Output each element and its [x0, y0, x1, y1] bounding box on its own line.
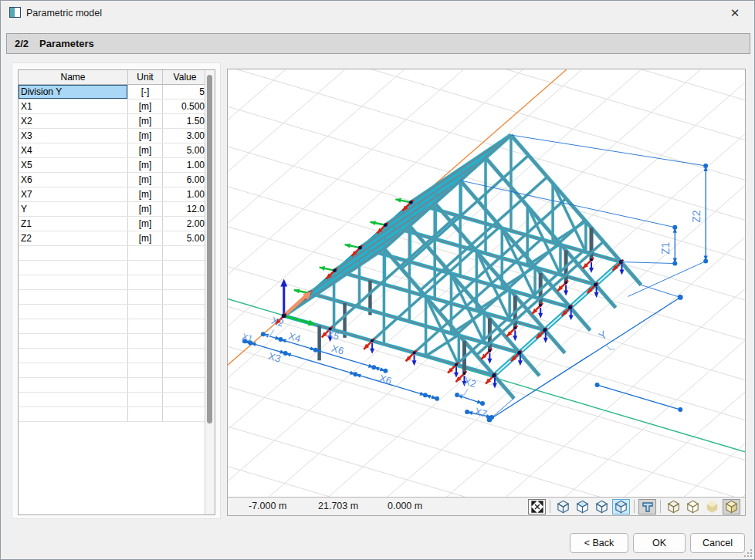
empty-cell[interactable] [128, 319, 163, 334]
cell-value[interactable]: 5 [163, 85, 208, 100]
parameter-row-z1[interactable]: Z1[m]2.00 [19, 217, 208, 231]
cell-name[interactable]: Z2 [19, 231, 128, 246]
cell-value[interactable]: 5.00 [163, 231, 208, 246]
cell-unit[interactable]: [m] [128, 217, 163, 231]
view-wireframe-button[interactable] [554, 499, 572, 514]
cell-name[interactable]: X4 [19, 143, 128, 158]
empty-row[interactable] [19, 393, 208, 407]
cell-unit[interactable]: [m] [128, 100, 163, 114]
parameter-row-x7[interactable]: X7[m]1.00 [19, 187, 208, 202]
parameter-table[interactable]: Name Unit Value Division Y[-]5X1[m]0.500… [18, 69, 215, 515]
empty-cell[interactable] [128, 349, 163, 363]
parameter-row-y[interactable]: Y[m]12.0 [19, 202, 208, 217]
view-hidden-line-button[interactable] [593, 499, 611, 514]
empty-cell[interactable] [19, 349, 128, 363]
viewport-3d-canvas[interactable]: X1X2X3X4X5X6X6X2X7YZ1Z2 [228, 69, 745, 498]
empty-row[interactable] [19, 275, 208, 290]
view-solid-button[interactable] [612, 499, 630, 514]
cell-value[interactable]: 3.00 [163, 129, 208, 143]
parameter-row-x4[interactable]: X4[m]5.00 [19, 143, 208, 158]
empty-cell[interactable] [128, 290, 163, 305]
empty-cell[interactable] [163, 363, 208, 378]
parameter-row-x6[interactable]: X6[m]6.00 [19, 173, 208, 187]
empty-row[interactable] [19, 407, 208, 422]
model-wireframe-button[interactable] [665, 499, 682, 514]
cell-value[interactable]: 1.50 [163, 114, 208, 129]
cell-value[interactable]: 12.0 [163, 202, 208, 217]
empty-cell[interactable] [19, 246, 128, 261]
empty-cell[interactable] [163, 261, 208, 275]
cell-name[interactable]: X1 [19, 100, 128, 114]
parameter-row-x3[interactable]: X3[m]3.00 [19, 129, 208, 143]
empty-cell[interactable] [163, 378, 208, 393]
parameter-row-z2[interactable]: Z2[m]5.00 [19, 231, 208, 246]
empty-cell[interactable] [163, 334, 208, 349]
parameter-row-x2[interactable]: X2[m]1.50 [19, 114, 208, 129]
cell-unit[interactable]: [m] [128, 202, 163, 217]
cell-value[interactable]: 0.500 [163, 100, 208, 114]
empty-cell[interactable] [163, 290, 208, 305]
cell-unit[interactable]: [m] [128, 158, 163, 173]
empty-cell[interactable] [128, 305, 163, 319]
empty-row[interactable] [19, 349, 208, 363]
cell-unit[interactable]: [m] [128, 173, 163, 187]
column-header-value[interactable]: Value [163, 70, 208, 85]
empty-cell[interactable] [19, 305, 128, 319]
empty-cell[interactable] [19, 275, 128, 290]
empty-cell[interactable] [128, 334, 163, 349]
cell-value[interactable]: 5.00 [163, 143, 208, 158]
empty-cell[interactable] [19, 407, 128, 422]
column-header-unit[interactable]: Unit [128, 70, 163, 85]
cell-unit[interactable]: [-] [128, 85, 163, 100]
ok-button[interactable]: OK [633, 533, 686, 553]
empty-cell[interactable] [163, 246, 208, 261]
empty-row[interactable] [19, 290, 208, 305]
empty-cell[interactable] [163, 305, 208, 319]
column-header-name[interactable]: Name [19, 70, 128, 85]
empty-cell[interactable] [19, 290, 128, 305]
parameter-row-x5[interactable]: X5[m]1.00 [19, 158, 208, 173]
empty-cell[interactable] [19, 334, 128, 349]
empty-cell[interactable] [128, 275, 163, 290]
cell-value[interactable]: 1.00 [163, 158, 208, 173]
empty-cell[interactable] [19, 393, 128, 407]
zoom-extents-button[interactable] [528, 499, 546, 514]
cell-unit[interactable]: [m] [128, 129, 163, 143]
cell-unit[interactable]: [m] [128, 143, 163, 158]
cell-name[interactable]: X2 [19, 114, 128, 129]
empty-row[interactable] [19, 305, 208, 319]
table-scrollbar-thumb[interactable] [207, 75, 212, 423]
empty-row[interactable] [19, 246, 208, 261]
cell-value[interactable]: 1.00 [163, 187, 208, 202]
show-sections-button[interactable] [638, 499, 656, 514]
parameter-row-division-y[interactable]: Division Y[-]5 [19, 85, 208, 100]
empty-cell[interactable] [128, 378, 163, 393]
empty-cell[interactable] [128, 363, 163, 378]
cancel-button[interactable]: Cancel [690, 533, 745, 553]
cell-name[interactable]: X7 [19, 187, 128, 202]
model-white-button[interactable] [684, 499, 702, 514]
cell-name[interactable]: Y [19, 202, 128, 217]
back-button[interactable]: < Back [570, 533, 628, 553]
close-button[interactable]: ✕ [722, 4, 748, 22]
empty-row[interactable] [19, 334, 208, 349]
empty-cell[interactable] [163, 349, 208, 363]
empty-row[interactable] [19, 261, 208, 275]
cell-name[interactable]: X5 [19, 158, 128, 173]
model-solid-button[interactable] [723, 499, 740, 514]
empty-cell[interactable] [19, 378, 128, 393]
cell-unit[interactable]: [m] [128, 114, 163, 129]
cell-unit[interactable]: [m] [128, 187, 163, 202]
empty-cell[interactable] [128, 261, 163, 275]
cell-value[interactable]: 6.00 [163, 173, 208, 187]
empty-cell[interactable] [163, 275, 208, 290]
cell-name[interactable]: X6 [19, 173, 128, 187]
empty-cell[interactable] [163, 319, 208, 334]
empty-cell[interactable] [128, 246, 163, 261]
parameter-row-x1[interactable]: X1[m]0.500 [19, 100, 208, 114]
empty-cell[interactable] [128, 407, 163, 422]
title-bar[interactable]: Parametric model ✕ [1, 1, 754, 25]
cell-name[interactable]: X3 [19, 129, 128, 143]
empty-row[interactable] [19, 319, 208, 334]
empty-cell[interactable] [128, 393, 163, 407]
